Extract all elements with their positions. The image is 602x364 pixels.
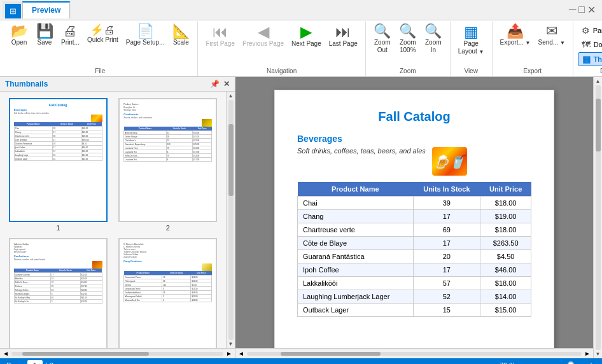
quick-print-button[interactable]: ⚡🖨 Quick Print [83, 23, 122, 45]
minimize-button[interactable]: ─ [569, 4, 576, 16]
page-layout-label: PageLayout ▼ [458, 40, 484, 55]
scroll-right-arrow[interactable]: ► [226, 350, 232, 357]
preview-scroll-right[interactable]: ► [584, 350, 591, 357]
section-desc: Soft drinks, coffees, teas, beers, and a… [297, 147, 531, 176]
table-cell-4-2: $4.50 [480, 250, 531, 263]
mini-catalog-4: D. Maison's Marmalade D. Maison's Sienna… [122, 242, 213, 304]
thumb-page-3[interactable]: Valkoinen Suklaa Spegesild Vegie-spread … [9, 238, 108, 348]
preview-scroll-track[interactable] [596, 85, 601, 350]
app-icon: ⊞ [5, 4, 21, 18]
page-layout-icon: ▦ [464, 24, 479, 39]
h-scroll-track[interactable] [11, 352, 223, 356]
preview-h-scroll[interactable]: ◄ ► [235, 348, 593, 358]
pin-icon[interactable]: 📌 [210, 80, 220, 88]
save-button[interactable]: 💾 Save [32, 23, 57, 48]
send-label: Send... ▼ [538, 39, 564, 46]
page-layout-button[interactable]: ▦ PageLayout ▼ [454, 23, 488, 57]
thumbnails-icon: ▦ [582, 54, 591, 64]
scroll-left-arrow[interactable]: ◄ [3, 350, 9, 357]
preview-scroll-down[interactable]: ▼ [596, 351, 601, 357]
thumbnail-2[interactable]: Produce, Grains.... Beaujolais Lit... St… [116, 98, 220, 232]
status-bar-left: Page: / 8 [6, 360, 53, 364]
view-buttons: ▦ PageLayout ▼ [454, 22, 488, 66]
prev-page-button[interactable]: ◀ Previous Page [239, 23, 288, 49]
preview-scroll-area[interactable]: Fall Catalog Beverages Soft drinks, coff… [235, 77, 593, 348]
table-cell-0-1: 39 [413, 197, 480, 210]
beverages-image: 🍺🥤 [432, 147, 467, 176]
preview-h-scroll-track[interactable] [247, 352, 582, 356]
maximize-button[interactable]: □ [578, 4, 585, 16]
print-button[interactable]: 🖨 Print... [57, 23, 83, 48]
export-button[interactable]: 📤 Export... ▼ [496, 23, 535, 48]
file-group-label: File [6, 66, 193, 76]
export-label: Export... ▼ [500, 39, 531, 46]
page-separator: / [45, 361, 47, 364]
table-cell-6-2: $18.00 [480, 277, 531, 290]
thumbnails-label: Thumbnails [594, 55, 602, 63]
preview-v-scroll[interactable]: ▲ ▼ [593, 77, 602, 358]
page-setup-icon: 📄 [137, 24, 154, 38]
table-cell-6-1: 57 [413, 277, 480, 290]
page-current-input[interactable] [27, 360, 43, 364]
table-cell-8-1: 15 [413, 304, 480, 317]
scroll-down-arrow[interactable]: ▼ [228, 341, 234, 347]
zoom-in-button[interactable]: 🔍 ZoomIn [421, 23, 446, 55]
document-map-icon: 🗺 [582, 39, 591, 50]
close-button[interactable]: ✕ [587, 4, 596, 16]
next-page-icon: ▶ [300, 24, 312, 39]
next-page-button[interactable]: ▶ Next Page [288, 23, 325, 49]
ribbon: 📂 Open 💾 Save 🖨 Print... ⚡🖨 Quick Print … [0, 20, 602, 77]
table-cell-2-1: 69 [413, 223, 480, 237]
thumbnails-h-scroll[interactable]: ◄ ► [0, 348, 235, 358]
mini-catalog-1: Fall Catalog Beverages Soft drinks, coff… [13, 102, 104, 162]
scale-button[interactable]: 📐 Scale [168, 23, 193, 48]
thumbnail-1[interactable]: Fall Catalog Beverages Soft drinks, coff… [6, 98, 110, 232]
scroll-track[interactable] [228, 100, 234, 340]
page-setup-button[interactable]: 📄 Page Setup... [122, 23, 169, 48]
table-row-3: Côte de Blaye17$263.50 [298, 237, 531, 250]
zoom-100-button[interactable]: 🔍 Zoom100% [395, 23, 421, 55]
thumbnails-v-scroll[interactable]: ▲ ▼ [226, 92, 235, 348]
scroll-up-arrow[interactable]: ▲ [228, 93, 234, 99]
page-setup-label: Page Setup... [126, 39, 165, 46]
zoom-plus-button[interactable]: ＋ [587, 360, 596, 364]
zoom-100-icon: 🔍 [399, 24, 416, 38]
open-label: Open [11, 39, 27, 46]
view-group-label: View [454, 66, 488, 76]
table-cell-2-2: $18.00 [480, 223, 531, 237]
zoom-minus-button[interactable]: － [519, 360, 528, 364]
zoom-100-label: Zoom100% [400, 39, 416, 54]
last-page-icon: ⏭ [335, 24, 351, 39]
scroll-thumb[interactable] [228, 124, 234, 196]
preview-scroll-left[interactable]: ◄ [238, 350, 244, 357]
thumb-page-1[interactable]: Fall Catalog Beverages Soft drinks, coff… [9, 98, 108, 222]
parameters-button[interactable]: ⚙ Parameters ≡ [578, 24, 602, 37]
thumbnail-4[interactable]: D. Maison's Marmalade D. Maison's Sienna… [116, 238, 220, 348]
send-button[interactable]: ✉ Send... ▼ [534, 23, 568, 48]
table-cell-5-2: $46.00 [480, 263, 531, 277]
print-label: Print... [61, 39, 80, 46]
save-label: Save [38, 39, 52, 46]
thumbnails-panel: Thumbnails 📌 ✕ Fall Catalog Beverages So… [0, 77, 235, 358]
close-thumbnails-icon[interactable]: ✕ [223, 80, 230, 88]
last-page-button[interactable]: ⏭ Last Page [325, 23, 361, 49]
data-table: Product Name Units In Stock Unit Price C… [297, 182, 531, 317]
thumb-num-1: 1 [56, 224, 60, 232]
tab-preview[interactable]: Preview [22, 1, 70, 18]
preview-scroll-up[interactable]: ▲ [596, 78, 601, 84]
open-button[interactable]: 📂 Open [6, 23, 32, 48]
document-map-button[interactable]: 🗺 Document Map ≡ [578, 38, 602, 51]
first-page-button[interactable]: ⏮ First Page [202, 23, 239, 49]
thumb-page-4[interactable]: D. Maison's Marmalade D. Maison's Sienna… [118, 238, 217, 348]
zoom-slider-thumb[interactable] [568, 361, 574, 364]
thumb-page-2[interactable]: Produce, Grains.... Beaujolais Lit... St… [118, 98, 217, 222]
preview-scroll-thumb[interactable] [596, 99, 601, 151]
zoom-out-button[interactable]: 🔍 ZoomOut [370, 23, 395, 55]
document-map-label: Document Map [594, 41, 602, 48]
thumbnail-3[interactable]: Valkoinen Suklaa Spegesild Vegie-spread … [6, 238, 110, 348]
save-icon: 💾 [36, 24, 53, 38]
file-buttons: 📂 Open 💾 Save 🖨 Print... ⚡🖨 Quick Print … [6, 22, 193, 66]
preview-page: Fall Catalog Beverages Soft drinks, coff… [274, 90, 554, 348]
ribbon-tabs: ⊞ Preview [3, 1, 71, 18]
thumbnails-button[interactable]: ▦ Thumbnails ≡ [578, 52, 602, 66]
